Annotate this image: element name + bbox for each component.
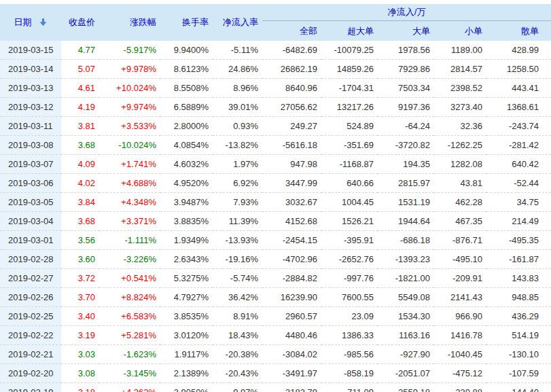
change-cell: -5.917% (99, 41, 160, 60)
change-cell: -1.623% (99, 345, 160, 364)
all-cell: 26862.19 (262, 60, 321, 79)
small-cell: -1040.45 (434, 345, 486, 364)
inflow-rate-cell: 18.43% (213, 326, 262, 345)
table-row: 2019-02-283.60-3.226%2.6343%-19.16%-4702… (0, 250, 551, 269)
table-row: 2019-03-053.84+4.348%3.9487%7.93%3032.67… (0, 193, 551, 212)
super-large-cell: 1386.33 (321, 326, 378, 345)
sort-descending-icon[interactable] (39, 18, 48, 26)
all-cell: -5616.18 (262, 136, 321, 155)
close-cell: 3.84 (61, 193, 99, 212)
date-cell: 2019-03-14 (0, 60, 61, 79)
retail-cell: 214.49 (486, 212, 551, 231)
turnover-cell: 1.9117% (160, 345, 213, 364)
retail-cell: -161.87 (486, 250, 551, 269)
inflow-rate-cell: 0.93% (213, 117, 262, 136)
column-header-inflow-super-large: 超大单 (321, 21, 378, 41)
large-cell: 7929.86 (378, 60, 434, 79)
close-cell: 3.70 (61, 288, 99, 307)
change-cell: +0.541% (99, 269, 160, 288)
close-cell: 4.61 (61, 79, 99, 98)
turnover-cell: 3.0120% (160, 326, 213, 345)
super-large-cell: 23.09 (321, 307, 378, 326)
super-large-cell: 1004.45 (321, 193, 378, 212)
large-cell: 5549.08 (378, 288, 434, 307)
retail-cell: 948.85 (486, 288, 551, 307)
small-cell: 1282.08 (434, 155, 486, 174)
table-header: 日期 收盘价 涨跌幅 换手率 净流入率 净流入/万 全部 超大单 (0, 4, 551, 41)
column-header-inflow-all: 全部 (262, 21, 321, 41)
small-cell: 2814.57 (434, 60, 486, 79)
inflow-rate-cell: 1.97% (213, 155, 262, 174)
change-cell: +3.371% (99, 212, 160, 231)
table-row: 2019-02-203.08-3.145%2.1389%-20.43%-3491… (0, 364, 551, 383)
turnover-cell: 9.9400% (160, 41, 213, 60)
large-cell: 1163.16 (378, 326, 434, 345)
date-cell: 2019-03-13 (0, 79, 61, 98)
super-large-cell: 1526.21 (321, 212, 378, 231)
inflow-rate-cell: 8.91% (213, 307, 262, 326)
super-large-cell: -10079.25 (321, 41, 378, 60)
turnover-cell: 5.3275% (160, 269, 213, 288)
date-cell: 2019-02-21 (0, 345, 61, 364)
large-cell: 2559.18 (378, 383, 434, 392)
table-row: 2019-03-013.56-1.111%1.9349%-13.93%-2454… (0, 231, 551, 250)
turnover-cell: 3.9050% (160, 383, 213, 392)
date-cell: 2019-03-11 (0, 117, 61, 136)
column-header-inflow-small: 小单 (434, 21, 486, 41)
small-cell: 1189.00 (434, 41, 486, 60)
close-cell: 3.18 (61, 383, 99, 392)
retail-cell: 144.40 (486, 383, 551, 392)
close-cell: 3.19 (61, 326, 99, 345)
date-header-label: 日期 (14, 16, 32, 29)
column-header-inflow-large: 大单 (378, 21, 434, 41)
small-cell: 3273.40 (434, 98, 486, 117)
inflow-rate-cell: -13.93% (213, 231, 262, 250)
super-large-cell: -2652.76 (321, 250, 378, 269)
close-cell: 3.68 (61, 212, 99, 231)
table-row: 2019-02-193.18+4.262%3.9050%9.97%3183.79… (0, 383, 551, 392)
retail-cell: 436.29 (486, 307, 551, 326)
turnover-cell: 3.9487% (160, 193, 213, 212)
all-cell: 947.98 (262, 155, 321, 174)
close-cell: 4.02 (61, 174, 99, 193)
change-cell: +8.824% (99, 288, 160, 307)
all-cell: -4702.96 (262, 250, 321, 269)
super-large-cell: -858.19 (321, 364, 378, 383)
close-cell: 3.68 (61, 136, 99, 155)
table-row: 2019-02-263.70+8.824%4.7927%36.42%16239.… (0, 288, 551, 307)
column-header-close: 收盘价 (61, 4, 99, 41)
all-cell: 8640.96 (262, 79, 321, 98)
close-cell: 4.19 (61, 98, 99, 117)
date-cell: 2019-03-01 (0, 231, 61, 250)
retail-cell: 443.41 (486, 79, 551, 98)
retail-cell: -52.44 (486, 174, 551, 193)
money-flow-table: 日期 收盘价 涨跌幅 换手率 净流入率 净流入/万 全部 超大单 (0, 4, 551, 392)
super-large-cell: -1168.87 (321, 155, 378, 174)
close-cell: 3.81 (61, 117, 99, 136)
inflow-rate-cell: 9.97% (213, 383, 262, 392)
super-large-cell: 7600.55 (321, 288, 378, 307)
inflow-rate-cell: -5.74% (213, 269, 262, 288)
date-cell: 2019-03-04 (0, 212, 61, 231)
large-cell: -927.90 (378, 345, 434, 364)
date-cell: 2019-03-12 (0, 98, 61, 117)
column-header-date[interactable]: 日期 (0, 4, 61, 41)
column-header-inflow-rate: 净流入率 (213, 4, 262, 41)
change-cell: -3.226% (99, 250, 160, 269)
inflow-rate-cell: 6.92% (213, 174, 262, 193)
turnover-cell: 2.6343% (160, 250, 213, 269)
all-cell: 4152.68 (262, 212, 321, 231)
large-cell: 194.35 (378, 155, 434, 174)
column-header-turnover: 换手率 (160, 4, 213, 41)
super-large-cell: -395.91 (321, 231, 378, 250)
retail-cell: 640.42 (486, 155, 551, 174)
small-cell: 43.81 (434, 174, 486, 193)
all-cell: 3183.79 (262, 383, 321, 392)
change-cell: -1.111% (99, 231, 160, 250)
retail-cell: -495.35 (486, 231, 551, 250)
turnover-cell: 4.7927% (160, 288, 213, 307)
turnover-cell: 4.6032% (160, 155, 213, 174)
inflow-rate-cell: 39.01% (213, 98, 262, 117)
large-cell: -1393.23 (378, 250, 434, 269)
super-large-cell: 13217.26 (321, 98, 378, 117)
